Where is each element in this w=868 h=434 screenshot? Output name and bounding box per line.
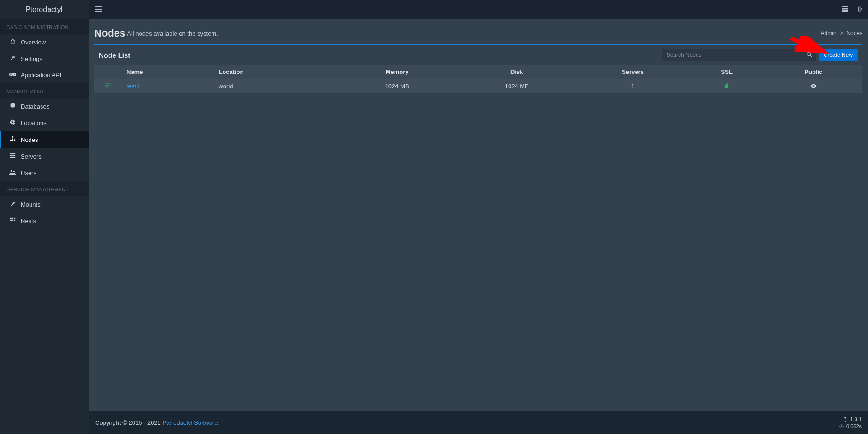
svg-rect-20	[842, 8, 848, 10]
topbar	[89, 0, 868, 19]
create-new-button[interactable]: Create New	[819, 49, 858, 61]
nodes-table: Name Location Memory Disk Servers SSL Pu…	[94, 65, 862, 93]
sidebar-item-label: Mounts	[21, 201, 41, 208]
gamepad-icon	[8, 72, 17, 79]
svg-rect-7	[10, 157, 15, 158]
col-name: Name	[122, 65, 214, 79]
sidebar-item-label: Settings	[21, 55, 42, 62]
node-name-link[interactable]: test1	[127, 83, 140, 90]
search-button[interactable]	[803, 49, 816, 61]
sidebar-item-settings[interactable]: Settings	[0, 50, 89, 67]
heartbeat-icon	[105, 83, 111, 90]
breadcrumb-admin[interactable]: Admin	[821, 30, 837, 37]
sidebar-header-service: SERVICE MANAGEMENT	[0, 181, 89, 196]
page-header: Nodes All nodes available on the system.…	[94, 24, 862, 44]
box-title: Node List	[99, 51, 130, 59]
cell-memory: 1024 MB	[337, 79, 457, 93]
sidebar-item-nodes[interactable]: Nodes	[0, 131, 89, 148]
magic-icon	[8, 201, 17, 208]
svg-rect-21	[842, 10, 848, 12]
footer-period: .	[218, 419, 219, 426]
sitemap-icon	[8, 136, 17, 143]
sidebar-item-label: Nodes	[21, 136, 38, 143]
sidebar: Pterodactyl BASIC ADMINISTRATION Overvie…	[0, 0, 89, 434]
svg-rect-17	[95, 9, 102, 10]
col-disk: Disk	[457, 65, 577, 79]
sidebar-header-basic: BASIC ADMINISTRATION	[0, 19, 89, 34]
footer-copyright: Copyright © 2015 - 2021	[95, 419, 162, 426]
svg-rect-1	[12, 136, 13, 137]
users-icon	[8, 169, 17, 177]
svg-rect-18	[95, 11, 102, 12]
page-title: Nodes	[94, 27, 125, 39]
col-servers: Servers	[577, 65, 689, 79]
footer-link[interactable]: Pterodactyl Software	[162, 419, 218, 426]
brand-logo[interactable]: Pterodactyl	[0, 0, 89, 19]
svg-point-8	[10, 170, 12, 172]
sidebar-item-label: Application API	[21, 72, 61, 79]
node-list-box: Node List Create New	[94, 44, 862, 93]
svg-rect-5	[10, 153, 15, 154]
svg-point-0	[10, 103, 15, 104]
sidebar-item-databases[interactable]: Databases	[0, 98, 89, 115]
server-icon	[8, 153, 17, 160]
footer-timing: 0.062s	[839, 423, 862, 429]
col-memory: Memory	[337, 65, 457, 79]
footer-version: 1.3.1	[839, 416, 862, 422]
sidebar-item-locations[interactable]: Locations	[0, 115, 89, 131]
lock-icon	[724, 83, 729, 90]
svg-rect-10	[10, 218, 11, 219]
grid-icon	[8, 217, 17, 225]
col-public: Public	[765, 65, 862, 79]
menu-toggle-icon[interactable]	[95, 6, 102, 13]
svg-point-9	[13, 171, 15, 172]
breadcrumb: Admin > Nodes	[821, 30, 862, 37]
cell-location: world	[214, 79, 337, 93]
chevron-right-icon: >	[840, 30, 843, 37]
sidebar-header-management: MANAGEMENT	[0, 83, 89, 98]
table-row: test1 world 1024 MB 1024 MB 1	[94, 79, 862, 93]
svg-rect-14	[12, 220, 13, 221]
svg-rect-3	[12, 140, 13, 141]
eye-icon	[810, 83, 817, 90]
cell-servers: 1	[577, 79, 689, 93]
svg-rect-15	[13, 220, 15, 221]
page-subtitle: All nodes available on the system.	[127, 30, 218, 37]
search-icon	[807, 52, 812, 59]
sidebar-item-nests[interactable]: Nests	[0, 213, 89, 229]
col-ssl: SSL	[689, 65, 765, 79]
globe-icon	[8, 119, 17, 127]
svg-rect-11	[12, 218, 13, 219]
svg-rect-13	[10, 220, 11, 221]
sidebar-item-mounts[interactable]: Mounts	[0, 196, 89, 213]
sidebar-item-label: Locations	[21, 120, 47, 127]
sidebar-item-label: Overview	[21, 39, 46, 46]
sidebar-item-label: Users	[21, 170, 36, 177]
sidebar-item-users[interactable]: Users	[0, 165, 89, 181]
logout-icon[interactable]	[856, 6, 862, 13]
sidebar-item-servers[interactable]: Servers	[0, 148, 89, 165]
database-icon	[8, 103, 17, 110]
svg-rect-19	[842, 6, 848, 7]
sidebar-item-label: Servers	[21, 153, 42, 160]
svg-rect-16	[95, 6, 102, 7]
wrench-icon	[8, 55, 17, 62]
home-icon	[8, 38, 17, 46]
footer: Copyright © 2015 - 2021 Pterodactyl Soft…	[89, 411, 868, 434]
col-location: Location	[214, 65, 337, 79]
cell-disk: 1024 MB	[457, 79, 577, 93]
sidebar-item-overview[interactable]: Overview	[0, 34, 89, 50]
search-input[interactable]	[662, 49, 803, 61]
svg-rect-2	[10, 140, 11, 141]
sidebar-item-label: Nests	[21, 218, 36, 225]
svg-rect-6	[10, 155, 15, 156]
sidebar-item-api[interactable]: Application API	[0, 67, 89, 83]
svg-rect-4	[13, 140, 15, 141]
svg-rect-12	[13, 218, 15, 219]
servers-list-icon[interactable]	[842, 6, 848, 13]
sidebar-item-label: Databases	[21, 103, 49, 110]
breadcrumb-current: Nodes	[846, 30, 862, 37]
